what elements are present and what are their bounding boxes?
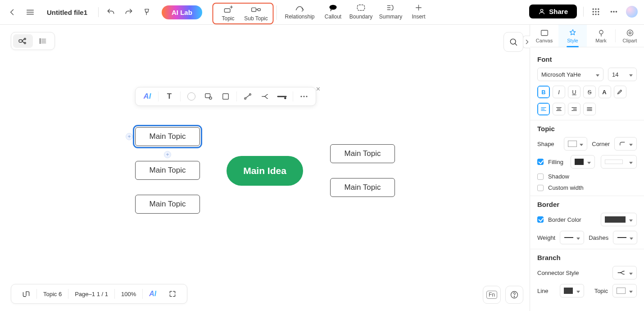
align-center-button[interactable] [553, 103, 565, 115]
line-label: Line [537, 288, 555, 294]
add-topic-button[interactable]: Topic [215, 5, 241, 22]
align-left-button[interactable] [537, 103, 550, 115]
filling-pattern-select[interactable] [601, 155, 637, 169]
svg-rect-3 [224, 9, 230, 12]
tab-style[interactable]: Style [558, 25, 587, 47]
svg-point-28 [616, 11, 617, 13]
corner-select[interactable] [614, 137, 637, 151]
pages-icon[interactable] [16, 288, 36, 300]
center-node[interactable]: Main Idea [227, 156, 303, 186]
fullscreen-icon[interactable] [163, 288, 182, 300]
svg-point-58 [627, 30, 633, 36]
callout-button[interactable]: Callout [320, 3, 346, 20]
dashes-select[interactable] [613, 231, 637, 244]
zoom-level[interactable]: 100% [115, 288, 142, 300]
format-painter-icon[interactable] [141, 6, 153, 18]
branch-topic-select[interactable] [612, 284, 637, 297]
left-topic-2[interactable]: Main Topic [135, 195, 200, 214]
connector-select[interactable] [612, 266, 637, 279]
branch-topic-label: Topic [594, 288, 608, 294]
svg-point-22 [598, 11, 599, 12]
top-right-group: Share [529, 5, 638, 18]
summary-button[interactable]: Summary [376, 3, 406, 20]
border-color-check[interactable] [537, 216, 544, 223]
svg-point-19 [598, 8, 599, 9]
shadow-check[interactable] [537, 174, 544, 180]
shape-select[interactable] [564, 137, 587, 151]
svg-point-23 [593, 14, 594, 15]
font-section-title: Font [537, 55, 637, 63]
border-color-select[interactable] [601, 213, 637, 226]
svg-point-9 [329, 5, 336, 10]
right-panel: Canvas Style Mark Clipart Font Microsoft… [530, 25, 644, 311]
font-color-button[interactable]: A [599, 86, 611, 98]
custom-width-check[interactable] [537, 185, 544, 191]
add-below-icon[interactable]: + [164, 151, 171, 158]
svg-rect-10 [357, 5, 364, 11]
corner-label: Corner [592, 141, 610, 147]
filling-color-select[interactable] [571, 155, 595, 169]
panel-collapse-icon[interactable] [523, 36, 530, 48]
svg-point-55 [514, 297, 514, 297]
font-size-select[interactable]: 14 [608, 68, 637, 81]
underline-button[interactable]: U [568, 86, 581, 98]
file-name[interactable]: Untitled file1 [47, 9, 87, 16]
ai-lab-button[interactable]: AI Lab [162, 5, 202, 19]
user-avatar[interactable] [626, 6, 638, 18]
left-topic-1[interactable]: Main Topic [135, 161, 200, 180]
boundary-button[interactable]: Boundary [346, 3, 376, 20]
bold-button[interactable]: B [537, 86, 550, 98]
add-left-icon[interactable]: + [126, 133, 133, 140]
highlight-button[interactable] [614, 86, 626, 98]
svg-point-24 [595, 14, 596, 15]
align-right-button[interactable] [568, 103, 581, 115]
ai-footer-button[interactable]: AI [143, 287, 163, 301]
svg-point-17 [593, 8, 594, 9]
relationship-button[interactable]: Relationship [280, 3, 320, 20]
status-bar: Topic 6 Page–1 1 / 1 100% AI [11, 284, 187, 304]
svg-rect-6 [252, 8, 256, 11]
left-topic-0[interactable]: Main Topic [135, 127, 200, 146]
tab-mark[interactable]: Mark [587, 25, 615, 47]
apps-icon[interactable] [590, 6, 602, 18]
shape-label: Shape [537, 141, 559, 147]
search-button[interactable] [503, 32, 523, 52]
weight-label: Weight [537, 234, 555, 241]
custom-width-label: Custom width [548, 184, 584, 191]
divider [98, 7, 99, 17]
help-button[interactable] [505, 286, 523, 304]
panel-tabs: Canvas Style Mark Clipart [530, 25, 644, 47]
add-subtopic-button[interactable]: Sub Topic [241, 5, 271, 22]
menu-icon[interactable] [24, 6, 36, 18]
topic-label: Topic [222, 15, 234, 22]
right-topic-1[interactable]: Main Topic [330, 178, 395, 197]
align-justify-button[interactable] [583, 103, 596, 115]
back-icon[interactable] [6, 6, 18, 18]
svg-point-18 [595, 8, 596, 9]
italic-button[interactable]: I [553, 86, 565, 98]
line-color-select[interactable] [560, 284, 584, 297]
canvas-area[interactable]: AI T ✕ Main Idea Main Topic [0, 25, 530, 311]
font-family-select[interactable]: Microsoft YaHe [537, 68, 603, 81]
more-icon[interactable] [608, 6, 620, 18]
svg-rect-56 [541, 30, 548, 35]
filling-check[interactable] [537, 159, 544, 165]
redo-icon[interactable] [123, 6, 135, 18]
insert-button[interactable]: Insert [406, 3, 432, 20]
tab-clipart[interactable]: Clipart [616, 25, 644, 47]
strike-button[interactable]: S [583, 86, 596, 98]
page-indicator[interactable]: Page–1 1 / 1 [68, 288, 114, 300]
bottom-right-tools: Fn [483, 286, 523, 304]
undo-icon[interactable] [105, 6, 117, 18]
tab-canvas[interactable]: Canvas [530, 25, 558, 47]
topic-section-title: Topic [537, 125, 637, 133]
fn-button[interactable]: Fn [483, 286, 501, 304]
svg-line-52 [515, 43, 517, 45]
weight-select[interactable] [560, 231, 584, 244]
topic-count: Topic 6 [37, 288, 68, 300]
right-topic-0[interactable]: Main Topic [330, 144, 395, 163]
connector-label: Connector Style [537, 270, 579, 276]
top-separator [277, 5, 277, 20]
share-button[interactable]: Share [529, 5, 577, 18]
branch-section-title: Branch [537, 254, 637, 261]
